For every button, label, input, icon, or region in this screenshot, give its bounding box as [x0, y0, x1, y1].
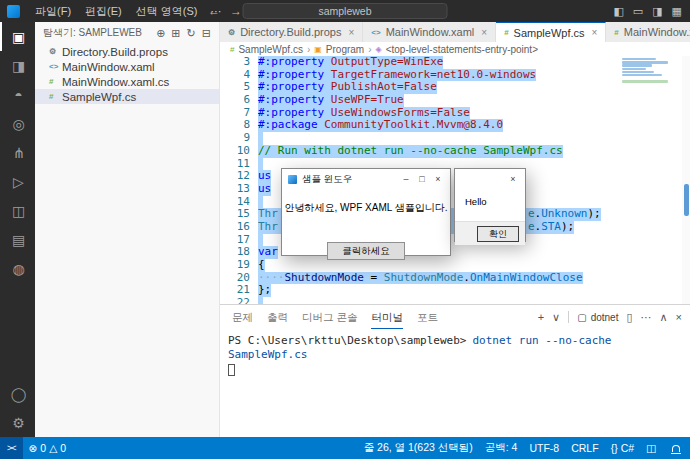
customize-layout-icon[interactable]: ▦: [672, 5, 682, 18]
new-file-icon[interactable]: ⊕: [156, 27, 165, 40]
line-number: 12: [220, 170, 250, 183]
terminal-instance-item[interactable]: ▢ dotnet: [577, 312, 618, 323]
toggle-secondary-sidebar-icon[interactable]: ◨: [652, 5, 662, 18]
chat-icon[interactable]: ◓: [0, 80, 35, 109]
panel-tab-ports[interactable]: 포트: [417, 305, 438, 329]
more-actions-icon[interactable]: ⋯: [641, 311, 652, 324]
file-item-mainwindow-xaml-cs[interactable]: # MainWindow.xaml.cs: [35, 74, 219, 89]
containers-icon[interactable]: ◍: [0, 254, 35, 283]
terminal-content[interactable]: PS C:\Users\rkttu\Desktop\sampleweb>dotn…: [220, 329, 690, 381]
file-item-mainwindow-xaml[interactable]: <> MainWindow.xaml: [35, 59, 219, 74]
search-icon[interactable]: ◎: [0, 109, 35, 138]
click-me-button[interactable]: 클릭하세요: [327, 242, 405, 260]
terminal-line: PS C:\Users\rkttu\Desktop\sampleweb>dotn…: [228, 334, 682, 362]
explorer-icon[interactable]: ▣: [0, 22, 35, 51]
dialog-title-bar[interactable]: 샘플 윈도우 – □ ×: [282, 169, 450, 189]
title-bar: 파일(F) 편집(E) 선택 영역(S) ⋯ ← → sampleweb ◧ ▭…: [0, 0, 690, 22]
close-icon[interactable]: ×: [430, 174, 446, 184]
tab-close-icon[interactable]: ×: [592, 27, 598, 38]
tab-samplewpf-cs[interactable]: # SampleWpf.cs ×: [496, 22, 606, 42]
menu-selection[interactable]: 선택 영역(S): [129, 0, 205, 22]
cursor-position-status[interactable]: 줄 26, 열 1(623 선택됨): [358, 441, 479, 455]
menu-edit[interactable]: 편집(E): [78, 0, 129, 22]
notifications-bell[interactable]: [662, 445, 690, 452]
breadcrumb-separator: ›: [368, 44, 371, 55]
kill-terminal-icon[interactable]: ▯: [626, 311, 632, 324]
panel-tab-debug-console[interactable]: 디버그 콘솔: [302, 305, 357, 329]
props-file-icon: ⚙: [49, 47, 62, 56]
run-debug-icon[interactable]: ▷: [0, 167, 35, 196]
azure-icon[interactable]: ▤: [0, 225, 35, 254]
language-mode-status[interactable]: {} C#: [605, 442, 640, 454]
remote-indicator[interactable]: ><: [0, 437, 23, 459]
panel-tab-terminal[interactable]: 터미널: [371, 305, 403, 329]
terminal-prompt: PS C:\Users\rkttu\Desktop\sampleweb>: [228, 334, 466, 347]
line-number: 19: [220, 259, 250, 272]
indentation-status[interactable]: 공백: 4: [479, 441, 524, 455]
dialog-title-bar[interactable]: ×: [455, 169, 525, 189]
tab-mainwindow-xaml-cs[interactable]: # MainWindow.xaml.cs ×: [606, 22, 690, 42]
minimap[interactable]: [620, 58, 676, 84]
tab-close-icon[interactable]: ×: [348, 27, 354, 38]
refresh-icon[interactable]: ↻: [187, 27, 196, 40]
close-panel-icon[interactable]: ×: [676, 311, 682, 323]
editor-scrollbar[interactable]: [682, 56, 690, 304]
layout-status-icon[interactable]: ◫: [640, 442, 662, 454]
code-line: 10// Run with dotnet run --no-cache Samp…: [220, 145, 690, 158]
remote-explorer-icon[interactable]: ◨: [0, 51, 35, 80]
command-center[interactable]: sampleweb: [243, 3, 448, 19]
nav-forward-icon[interactable]: →: [230, 4, 242, 18]
explorer-sidebar: 탐색기: SAMPLEWEB ⊕ ⊞ ↻ ⊟ ⚙ Directory.Build…: [35, 22, 220, 437]
warning-icon: △: [49, 442, 57, 454]
file-item-directory-build-props[interactable]: ⚙ Directory.Build.props: [35, 44, 219, 59]
breadcrumb-class[interactable]: Program: [326, 44, 364, 55]
breadcrumb-symbol[interactable]: <top-level-statements-entry-point>: [386, 44, 538, 55]
eol-status[interactable]: CRLF: [565, 442, 604, 454]
tab-label: Directory.Build.props: [240, 26, 341, 38]
bottom-panel: 문제 출력 디버그 콘솔 터미널 포트 + ∨ ▢ dotnet ▯ ⋯ ∧ ×…: [220, 304, 690, 437]
menu-file[interactable]: 파일(F): [28, 0, 78, 22]
csharp-file-icon: #: [49, 77, 62, 86]
braces-icon: {}: [611, 442, 618, 454]
breadcrumb-file[interactable]: SampleWpf.cs: [238, 44, 302, 55]
file-item-samplewpf-cs[interactable]: # SampleWpf.cs: [35, 89, 219, 104]
tab-label: MainWindow.xaml.cs: [624, 26, 690, 38]
panel-tab-problems[interactable]: 문제: [232, 305, 253, 329]
messagebox-text: Hello: [465, 196, 487, 207]
line-number: 13: [220, 183, 250, 196]
toggle-sidebar-icon[interactable]: ◧: [613, 5, 623, 18]
nav-back-icon[interactable]: ←: [208, 4, 220, 18]
separator: [568, 311, 569, 323]
symbol-class-icon: ▣: [314, 45, 322, 54]
toggle-panel-icon[interactable]: ▭: [633, 5, 643, 18]
tab-label: SampleWpf.cs: [514, 27, 585, 39]
settings-icon[interactable]: ⚙: [0, 408, 35, 437]
minimize-icon[interactable]: –: [398, 174, 414, 184]
panel-tab-output[interactable]: 출력: [267, 305, 288, 329]
terminal-instance-label: dotnet: [591, 312, 619, 323]
line-number: 6: [220, 94, 250, 107]
maximize-icon[interactable]: □: [414, 174, 430, 184]
breadcrumb-separator: ›: [307, 44, 310, 55]
ok-button[interactable]: 확인: [477, 226, 519, 242]
new-terminal-icon[interactable]: +: [538, 311, 544, 323]
collapse-folders-icon[interactable]: ⊟: [202, 27, 211, 40]
maximize-panel-icon[interactable]: ∧: [660, 311, 668, 324]
tab-mainwindow-xaml[interactable]: <> MainWindow.xaml ×: [363, 22, 496, 42]
source-control-icon[interactable]: ⋔: [0, 138, 35, 167]
chevron-down-icon[interactable]: ∨: [552, 311, 560, 324]
code-line: 8#:package CommunityToolkit.Mvvm@8.4.0: [220, 119, 690, 132]
problems-status[interactable]: ⊗ 0 △ 0: [23, 442, 73, 454]
minimap-line: [622, 58, 656, 60]
tab-close-icon[interactable]: ×: [481, 27, 487, 38]
file-name: Directory.Build.props: [62, 46, 168, 58]
vscode-logo-icon: [7, 5, 20, 18]
extensions-icon[interactable]: ◫: [0, 196, 35, 225]
minimap-line: [622, 64, 652, 66]
account-icon[interactable]: ◯: [0, 379, 35, 408]
encoding-status[interactable]: UTF-8: [523, 442, 565, 454]
panel-header: 문제 출력 디버그 콘솔 터미널 포트 + ∨ ▢ dotnet ▯ ⋯ ∧ ×: [220, 305, 690, 329]
tab-directory-build-props[interactable]: ⚙ Directory.Build.props ×: [220, 22, 363, 42]
close-icon[interactable]: ×: [505, 174, 521, 184]
new-folder-icon[interactable]: ⊞: [171, 27, 180, 40]
